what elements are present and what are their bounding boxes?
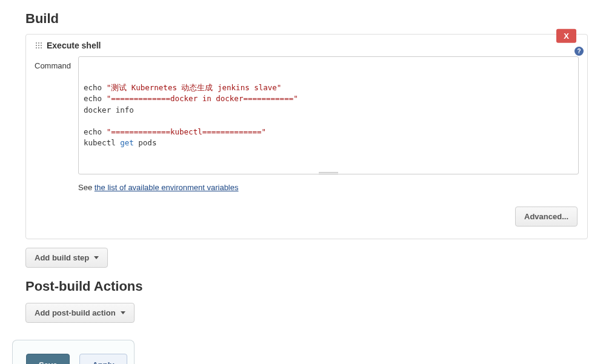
- drag-handle-icon[interactable]: [35, 41, 42, 50]
- code-line: [84, 116, 573, 127]
- command-field-label: Command: [35, 56, 78, 227]
- resize-grip-icon[interactable]: [319, 172, 338, 174]
- build-step-type-label: Execute shell: [47, 41, 101, 50]
- command-input[interactable]: echo "测试 Kubernetes 动态生成 jenkins slave"e…: [78, 56, 579, 174]
- code-line: docker info: [84, 105, 573, 116]
- build-step-header: Execute shell: [26, 35, 587, 56]
- add-build-step-button[interactable]: Add build step: [25, 248, 108, 268]
- build-step-block: X ? Execute shell Command echo "测试 Kuber…: [25, 34, 588, 239]
- post-build-section-title: Post-build Actions: [25, 279, 606, 294]
- delete-build-step-button[interactable]: X: [556, 29, 576, 43]
- help-icon[interactable]: ?: [574, 47, 584, 56]
- code-line: echo "测试 Kubernetes 动态生成 jenkins slave": [84, 82, 573, 93]
- add-post-build-action-button[interactable]: Add post-build action: [25, 303, 135, 323]
- build-section-title: Build: [25, 11, 606, 27]
- code-line: echo "=============kubectl=============": [84, 127, 573, 137]
- code-line: echo "=============docker in docker=====…: [84, 93, 573, 104]
- apply-button[interactable]: Apply: [79, 354, 127, 364]
- code-line: kubectl get pods: [84, 137, 573, 148]
- env-vars-link[interactable]: the list of available environment variab…: [95, 183, 239, 192]
- action-bar: Save Apply: [12, 340, 135, 364]
- see-prefix: See: [78, 183, 95, 192]
- save-button[interactable]: Save: [26, 354, 70, 364]
- env-vars-hint: See the list of available environment va…: [78, 183, 579, 192]
- advanced-button[interactable]: Advanced...: [515, 207, 578, 227]
